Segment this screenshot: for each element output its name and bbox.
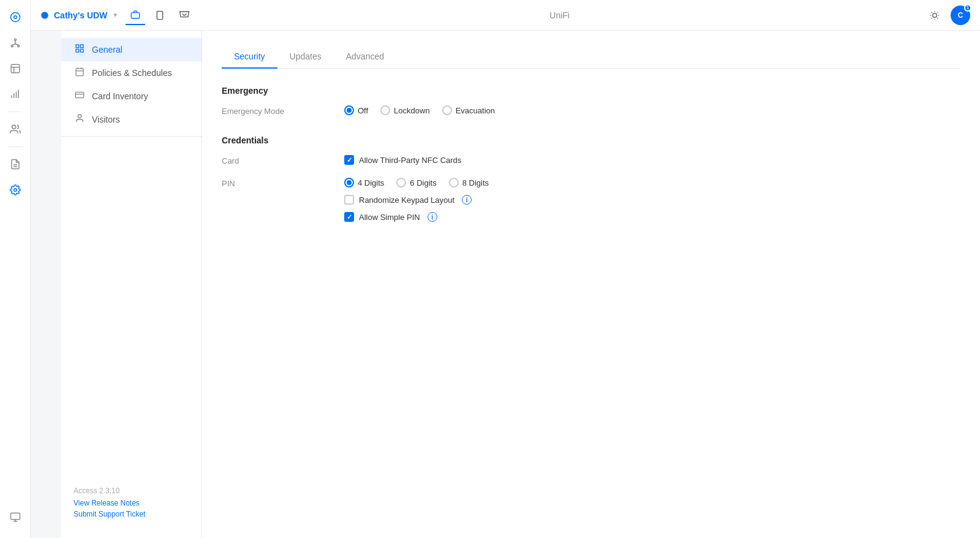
svg-rect-36: [80, 45, 83, 48]
emergency-off-radio[interactable]: [344, 105, 354, 115]
sidebar-item-policies[interactable]: Policies & Schedules: [61, 61, 202, 85]
avatar-initials: C: [958, 11, 963, 20]
svg-point-15: [12, 125, 15, 129]
svg-rect-24: [157, 11, 163, 19]
pin-8digits-radio[interactable]: [449, 178, 459, 188]
tab-updates[interactable]: Updates: [277, 45, 334, 69]
support-ticket-link[interactable]: Submit Support Ticket: [74, 510, 189, 518]
rail-separator-2: [8, 146, 23, 147]
tab-advanced[interactable]: Advanced: [334, 45, 396, 69]
topbar-right: C 1: [925, 6, 970, 25]
card-controls: Allow Third-Party NFC Cards: [344, 155, 461, 165]
rail-icon-users[interactable]: [4, 118, 26, 140]
sidebar: General Policies & Schedules Card Invent…: [61, 31, 202, 538]
sidebar-separator: [61, 136, 202, 137]
sidebar-item-card-inventory-label: Card Inventory: [92, 91, 148, 101]
emergency-lockdown-option[interactable]: Lockdown: [380, 105, 430, 115]
user-avatar[interactable]: C 1: [951, 6, 970, 25]
sidebar-item-general-label: General: [92, 45, 123, 55]
randomize-keypad-option[interactable]: Randomize Keypad Layout: [344, 195, 454, 205]
svg-point-26: [933, 13, 937, 17]
allow-nfc-checkbox[interactable]: [344, 155, 354, 165]
randomize-keypad-info-icon[interactable]: i: [462, 195, 472, 205]
credentials-section-title: Credentials: [222, 135, 960, 145]
allow-simple-pin-info-icon[interactable]: i: [428, 212, 437, 222]
visitors-icon: [74, 113, 86, 126]
pin-4digits-radio[interactable]: [344, 178, 354, 188]
emergency-section: Emergency Emergency Mode Off Lockdown: [222, 86, 960, 118]
svg-point-22: [41, 12, 48, 19]
rail-icon-signal[interactable]: [4, 83, 26, 105]
emergency-off-option[interactable]: Off: [344, 105, 368, 115]
allow-simple-pin-row: Allow Simple PIN i: [344, 212, 489, 222]
rail-icon-terminal[interactable]: [4, 506, 26, 528]
sidebar-item-visitors-label: Visitors: [92, 115, 120, 124]
pin-6digits-label: 6 Digits: [410, 178, 436, 188]
app-title: UniFi: [202, 10, 918, 20]
emergency-lockdown-radio[interactable]: [380, 105, 390, 115]
brand-button[interactable]: Cathy's UDW ▼: [40, 10, 118, 20]
emergency-off-label: Off: [358, 106, 368, 115]
nav-icon-2[interactable]: [150, 6, 170, 25]
tab-security[interactable]: Security: [222, 45, 277, 69]
svg-rect-8: [11, 64, 20, 73]
allow-nfc-option[interactable]: Allow Third-Party NFC Cards: [344, 155, 461, 165]
svg-line-7: [15, 44, 18, 45]
sidebar-item-general[interactable]: General: [61, 38, 202, 61]
content-area: Security Updates Advanced Emergency Emer…: [202, 31, 980, 538]
nav-icon-3[interactable]: [175, 6, 194, 25]
credentials-section: Credentials Card Allow Third-Party NFC C…: [222, 135, 960, 224]
pin-6digits-option[interactable]: 6 Digits: [396, 178, 436, 188]
pin-8digits-label: 8 Digits: [462, 178, 489, 188]
svg-line-6: [12, 44, 15, 45]
svg-rect-35: [76, 45, 79, 48]
svg-line-29: [932, 12, 932, 12]
card-inventory-icon: [74, 90, 86, 102]
theme-toggle-button[interactable]: [925, 6, 944, 25]
svg-point-4: [17, 45, 19, 47]
sidebar-item-card-inventory[interactable]: Card Inventory: [61, 85, 202, 108]
topbar: Cathy's UDW ▼ UniFi C 1: [31, 0, 980, 31]
rail-icon-dashboard[interactable]: [4, 6, 26, 28]
svg-rect-23: [132, 12, 140, 18]
emergency-evacuation-option[interactable]: Evacuation: [442, 105, 495, 115]
svg-line-30: [937, 18, 938, 18]
pin-6digits-radio[interactable]: [396, 178, 406, 188]
pin-4digits-label: 4 Digits: [358, 178, 384, 188]
brand-dropdown-arrow: ▼: [112, 12, 118, 18]
policies-icon: [74, 67, 86, 79]
pin-label: PIN: [222, 178, 344, 188]
randomize-keypad-row: Randomize Keypad Layout i: [344, 195, 489, 205]
emergency-mode-label: Emergency Mode: [222, 105, 344, 116]
emergency-evacuation-radio[interactable]: [442, 105, 452, 115]
randomize-keypad-checkbox[interactable]: [344, 195, 354, 205]
avatar-badge: 1: [964, 4, 971, 12]
general-icon: [74, 44, 86, 56]
nav-access-icon[interactable]: [126, 6, 145, 25]
emergency-section-title: Emergency: [222, 86, 960, 96]
card-label: Card: [222, 155, 344, 165]
allow-simple-pin-option[interactable]: Allow Simple PIN: [344, 212, 420, 222]
allow-simple-pin-label: Allow Simple PIN: [359, 213, 420, 222]
pin-4digits-option[interactable]: 4 Digits: [344, 178, 384, 188]
pin-8digits-option[interactable]: 8 Digits: [449, 178, 489, 188]
rail-icon-logs[interactable]: [4, 153, 26, 175]
svg-line-34: [937, 12, 938, 12]
randomize-keypad-label: Randomize Keypad Layout: [359, 195, 454, 205]
svg-point-3: [11, 45, 13, 47]
rail-bottom: [4, 506, 26, 528]
svg-rect-43: [75, 92, 83, 97]
tab-bar: Security Updates Advanced: [222, 45, 960, 69]
release-notes-link[interactable]: View Release Notes: [74, 499, 189, 507]
pin-row: PIN 4 Digits 6 Digits: [222, 178, 960, 224]
sidebar-item-visitors[interactable]: Visitors: [61, 108, 202, 131]
rail-icon-settings[interactable]: [4, 179, 26, 201]
allow-simple-pin-checkbox[interactable]: [344, 212, 354, 222]
svg-rect-19: [10, 513, 20, 520]
rail-icon-list[interactable]: [4, 58, 26, 80]
svg-point-1: [13, 16, 17, 19]
brand-name: Cathy's UDW: [54, 10, 107, 20]
svg-point-18: [13, 189, 17, 192]
rail-icon-network[interactable]: [4, 32, 26, 54]
sidebar-item-policies-label: Policies & Schedules: [92, 68, 172, 78]
